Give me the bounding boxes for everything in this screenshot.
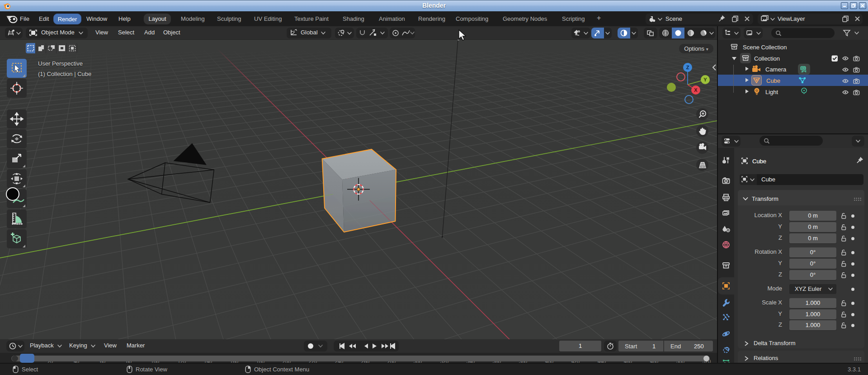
svg-text:X: X	[694, 87, 698, 93]
svg-text:Z: Z	[686, 65, 689, 70]
svg-text:Y: Y	[703, 77, 707, 82]
